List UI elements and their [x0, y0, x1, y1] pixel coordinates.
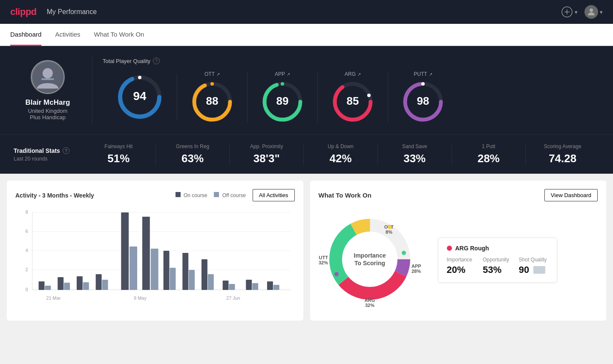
svg-rect-41 [58, 277, 63, 290]
bottom-panels: Activity - 3 Months - Weekly On course O… [0, 174, 613, 327]
svg-text:8%: 8% [386, 229, 392, 235]
svg-point-13 [210, 82, 214, 86]
detail-metrics: Importance 20% Opportunity 53% Shot Qual… [447, 257, 548, 275]
svg-rect-44 [83, 282, 89, 290]
svg-text:21 Mar: 21 Mar [46, 295, 60, 301]
app-arrow-icon: ↗ [287, 72, 290, 77]
add-icon[interactable]: ▾ [561, 6, 578, 18]
svg-rect-45 [96, 274, 102, 290]
work-content: Importance To Scoring OTT 8% APP 28% ARG… [319, 208, 598, 312]
svg-text:6: 6 [26, 229, 28, 234]
svg-text:32%: 32% [365, 303, 374, 308]
chart-legend: On course Off course [176, 192, 246, 198]
shot-quality-bar [533, 266, 545, 274]
off-course-legend-dot [214, 192, 219, 197]
svg-text:89: 89 [276, 95, 289, 107]
tab-dashboard[interactable]: Dashboard [10, 24, 41, 46]
ott-arrow-icon: ↗ [216, 72, 220, 77]
svg-rect-48 [130, 246, 137, 290]
metric-importance: Importance 20% [447, 257, 476, 275]
svg-text:98: 98 [417, 95, 429, 107]
svg-rect-57 [223, 281, 229, 290]
svg-rect-50 [151, 249, 158, 290]
trad-stats-label: Traditional Stats ? Last 20 rounds [14, 147, 82, 162]
svg-text:85: 85 [347, 95, 359, 107]
svg-text:2: 2 [26, 267, 28, 272]
user-avatar-icon[interactable]: ▾ [584, 5, 603, 19]
avatar [31, 60, 65, 94]
metric-shot-quality: Shot Quality 90 [519, 257, 548, 275]
svg-text:Importance: Importance [354, 252, 386, 259]
metric-opportunity: Opportunity 53% [483, 257, 512, 275]
gauge-ott: OTT ↗ 88 [177, 71, 248, 123]
chart-svg: 0 2 4 6 8 [15, 208, 295, 306]
svg-text:88: 88 [206, 95, 219, 107]
svg-text:4: 4 [26, 248, 28, 253]
svg-text:ARG: ARG [364, 298, 374, 303]
work-title: What To Work On [319, 192, 371, 199]
svg-text:28%: 28% [412, 269, 421, 274]
chart-area: 0 2 4 6 8 [15, 208, 295, 302]
svg-rect-53 [182, 253, 188, 290]
stats-panel: Blair McHarg United Kingdom Plus Handica… [0, 46, 613, 135]
svg-text:94: 94 [133, 89, 147, 103]
svg-rect-59 [246, 280, 252, 290]
stat-scoring: Scoring Average 74.28 [526, 143, 599, 165]
svg-text:0: 0 [26, 287, 28, 292]
svg-rect-60 [252, 283, 258, 290]
stat-proximity: App. Proximity 38'3" [230, 143, 304, 165]
stat-fairways: Fairways Hit 51% [82, 143, 156, 165]
player-country: United Kingdom [28, 108, 68, 114]
svg-rect-62 [273, 285, 279, 290]
svg-text:8: 8 [26, 209, 28, 215]
svg-text:27 Jun: 27 Jun [226, 295, 240, 301]
gauge-arg: ARG ↗ 85 [318, 71, 388, 123]
svg-rect-51 [164, 251, 170, 290]
logo[interactable]: clippd [10, 6, 37, 17]
stat-greens: Greens In Reg 63% [156, 143, 230, 165]
svg-rect-40 [45, 286, 51, 290]
svg-point-82 [402, 251, 406, 255]
svg-rect-56 [208, 274, 214, 290]
on-course-legend-dot [176, 192, 181, 197]
tab-activities[interactable]: Activities [55, 24, 80, 46]
work-detail-card: ARG Rough Importance 20% Opportunity 53%… [438, 238, 557, 283]
work-on-panel: What To Work On View Dashboard [310, 181, 607, 321]
header: clippd My Performance ▾ ▾ [0, 0, 613, 24]
svg-rect-49 [142, 217, 150, 290]
svg-point-84 [334, 272, 339, 276]
svg-point-9 [138, 76, 141, 79]
view-dashboard-button[interactable]: View Dashboard [544, 189, 598, 201]
stat-updown: Up & Down 42% [304, 143, 378, 165]
svg-point-21 [367, 94, 371, 97]
svg-rect-42 [64, 283, 70, 290]
svg-rect-43 [77, 276, 83, 290]
arg-arrow-icon: ↗ [357, 72, 361, 77]
svg-rect-46 [102, 280, 108, 290]
tab-what-to-work-on[interactable]: What To Work On [94, 24, 144, 46]
donut-svg: Importance To Scoring OTT 8% APP 28% ARG… [319, 208, 421, 310]
quality-section: Total Player Quality ? 94 OTT ↗ [103, 57, 599, 123]
donut-chart: Importance To Scoring OTT 8% APP 28% ARG… [319, 208, 429, 312]
player-name: Blair McHarg [26, 98, 70, 107]
work-header: What To Work On View Dashboard [319, 189, 598, 201]
svg-rect-58 [229, 284, 235, 290]
svg-text:32%: 32% [319, 260, 328, 265]
player-info: Blair McHarg United Kingdom Plus Handica… [14, 60, 82, 120]
svg-text:9 May: 9 May [134, 295, 147, 301]
svg-rect-55 [201, 259, 207, 290]
trad-help-icon[interactable]: ? [63, 147, 69, 154]
stat-items: Fairways Hit 51% Greens In Reg 63% App. … [82, 143, 599, 165]
svg-rect-39 [39, 281, 45, 290]
trad-stats: Traditional Stats ? Last 20 rounds Fairw… [0, 135, 613, 174]
all-activities-button[interactable]: All Activities [253, 189, 295, 201]
quality-title: Total Player Quality ? [103, 57, 599, 64]
detail-dot [447, 246, 452, 251]
svg-point-81 [388, 225, 392, 229]
gauge-putt: PUTT ↗ 98 [388, 71, 458, 123]
svg-text:To Scoring: To Scoring [354, 260, 385, 267]
svg-point-3 [590, 9, 593, 12]
quality-help-icon[interactable]: ? [153, 57, 160, 64]
svg-text:PUTT: PUTT [319, 255, 328, 260]
svg-point-25 [421, 82, 425, 86]
